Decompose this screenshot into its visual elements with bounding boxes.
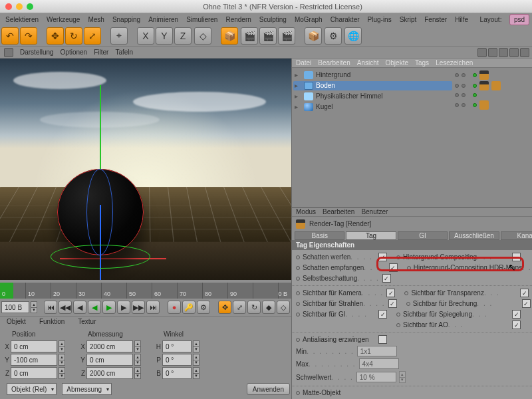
menu-item[interactable]: Selektieren — [1, 15, 43, 25]
tree-row[interactable]: ▸Hintergrund — [293, 70, 452, 80]
rotate-ring-y[interactable] — [51, 245, 150, 269]
dim-z-field[interactable]: 2000 cm — [86, 367, 133, 379]
menu-item[interactable]: Charakter — [327, 15, 364, 25]
coord-tab[interactable]: Funktion — [33, 317, 71, 328]
key-scale-button[interactable]: ⤢ — [233, 301, 246, 314]
vp-nav-icon[interactable] — [488, 48, 497, 57]
menu-item[interactable]: Werkzeuge — [43, 15, 84, 25]
menu-item[interactable]: Rendern — [221, 15, 255, 25]
redo-button[interactable]: ↷ — [20, 27, 37, 45]
om-menu-item[interactable]: Bearbeiten — [318, 59, 350, 66]
om-menu-item[interactable]: Ansicht — [357, 59, 379, 66]
tree-row[interactable]: ▸Physikalischer Himmel — [293, 92, 452, 101]
tree-row[interactable]: ▸Kugel — [293, 102, 452, 112]
render-view-button[interactable]: 📦 — [221, 27, 238, 45]
goto-start-button[interactable]: ⏮ — [44, 301, 57, 314]
autokey-button[interactable]: 🔑 — [182, 301, 196, 314]
render-settings-button[interactable]: 🎬 — [241, 27, 258, 45]
prop-checkbox[interactable] — [520, 289, 529, 297]
visibility-dots[interactable] — [455, 92, 532, 99]
axis-y-toggle[interactable]: Y — [156, 27, 173, 45]
om-menu-item[interactable]: Lesezeichen — [436, 59, 473, 66]
viewport-toggle-icon[interactable] — [4, 48, 13, 57]
prop-checkbox[interactable] — [522, 299, 531, 308]
add-spline-button[interactable]: ⚙ — [325, 27, 342, 45]
key-param-button[interactable]: ◆ — [262, 301, 275, 314]
menu-item[interactable]: Plug-ins — [364, 15, 396, 25]
dim-x-field[interactable]: 2000 cm — [86, 340, 133, 352]
prop-checkbox[interactable] — [512, 321, 521, 329]
menu-item[interactable]: Hilfe — [451, 15, 472, 25]
visibility-dots[interactable] — [455, 70, 532, 80]
vp-menu-item[interactable]: Filter — [94, 49, 108, 56]
vp-menu-item[interactable]: Optionen — [61, 49, 88, 56]
om-menu-item[interactable]: Objekte — [386, 59, 408, 66]
pos-y-field[interactable]: -100 cm — [11, 354, 57, 366]
pos-x-field[interactable]: 0 cm — [11, 340, 57, 352]
prev-frame-button[interactable]: ◀ — [73, 301, 86, 314]
aa-checkbox[interactable] — [378, 335, 387, 344]
tag-icon[interactable] — [491, 81, 501, 90]
key-rot-button[interactable]: ↻ — [247, 301, 261, 314]
prev-key-button[interactable]: ◀◀ — [59, 301, 72, 314]
key-pla-button[interactable]: ◇ — [277, 301, 290, 314]
ang-h-field[interactable]: 0 ° — [162, 340, 192, 352]
menu-item[interactable]: Fenster — [420, 15, 451, 25]
vp-nav-icon[interactable] — [477, 48, 487, 57]
visibility-dots[interactable] — [455, 100, 532, 110]
attr-tab-gi[interactable]: GI — [398, 231, 448, 240]
vp-nav-icon[interactable] — [509, 48, 519, 57]
menu-item[interactable]: Simulieren — [182, 15, 221, 25]
tag-icon[interactable] — [479, 81, 489, 90]
object-manager[interactable]: ▸Hintergrund▸Boden▸Physikalischer Himmel… — [292, 68, 532, 207]
axis-z-toggle[interactable]: Z — [174, 27, 192, 45]
dim-y-field[interactable]: 0 cm — [86, 354, 133, 366]
coord-tab[interactable]: Textur — [71, 317, 102, 328]
minimize-icon[interactable] — [16, 3, 23, 10]
om-menu-item[interactable]: Tags — [415, 59, 429, 66]
render-pv-button[interactable]: 🎬 — [259, 27, 277, 45]
prop-checkbox[interactable] — [512, 253, 521, 261]
play-backward-button[interactable]: ◀ — [88, 301, 101, 314]
zoom-icon[interactable] — [27, 3, 33, 10]
visibility-dots[interactable] — [455, 81, 532, 90]
pos-z-field[interactable]: 0 cm — [11, 367, 57, 379]
prop-checkbox[interactable] — [382, 274, 391, 283]
coord-tab[interactable]: Objekt — [0, 317, 33, 328]
prop-checkbox[interactable] — [389, 263, 398, 272]
scale-tool[interactable]: ⤢ — [84, 27, 101, 45]
vp-menu-item[interactable]: Darstellung — [20, 49, 54, 56]
3d-viewport[interactable] — [0, 59, 291, 280]
coord-dim-dropdown[interactable]: Abmessung — [62, 383, 112, 395]
move-tool[interactable]: ✥ — [47, 27, 64, 45]
play-forward-button[interactable]: ▶ — [102, 301, 116, 314]
close-icon[interactable] — [5, 3, 12, 10]
add-cube-button[interactable]: 📦 — [305, 27, 322, 45]
menu-item[interactable]: Mesh — [84, 15, 108, 25]
frame-range-field[interactable]: 100 B — [1, 301, 29, 313]
menu-item[interactable]: Animieren — [144, 15, 182, 25]
tag-icon[interactable] — [479, 70, 489, 80]
vp-nav-icon[interactable] — [499, 48, 508, 57]
add-generator-button[interactable]: 🌐 — [344, 27, 362, 45]
menu-item[interactable]: Snapping — [108, 15, 144, 25]
vp-menu-item[interactable]: Tafeln — [115, 49, 133, 56]
attr-tab-basis[interactable]: Basis — [295, 231, 344, 240]
om-menu-item[interactable]: Datei — [296, 59, 311, 66]
layout-selector[interactable]: psd — [509, 14, 529, 25]
coord-space-dropdown[interactable]: Objekt (Rel) — [7, 383, 57, 395]
undo-button[interactable]: ↶ — [1, 27, 19, 45]
prop-checkbox[interactable] — [388, 299, 397, 308]
prop-checkbox[interactable] — [378, 253, 387, 261]
ang-b-field[interactable]: 0 ° — [162, 367, 192, 379]
coord-system-button[interactable]: ◇ — [194, 27, 211, 45]
rotate-tool[interactable]: ↻ — [65, 27, 82, 45]
render-region-button[interactable]: 🎬 — [278, 27, 295, 45]
am-menu-item[interactable]: Bearbeiten — [323, 208, 354, 215]
record-key-button[interactable]: ● — [168, 301, 181, 314]
tree-row[interactable]: ▸Boden — [293, 81, 452, 90]
attr-tab-kanal[interactable]: Kanal — [501, 231, 532, 240]
ang-p-field[interactable]: 0 ° — [162, 354, 192, 366]
menu-item[interactable]: Skript — [396, 15, 421, 25]
prop-checkbox[interactable] — [386, 289, 395, 297]
